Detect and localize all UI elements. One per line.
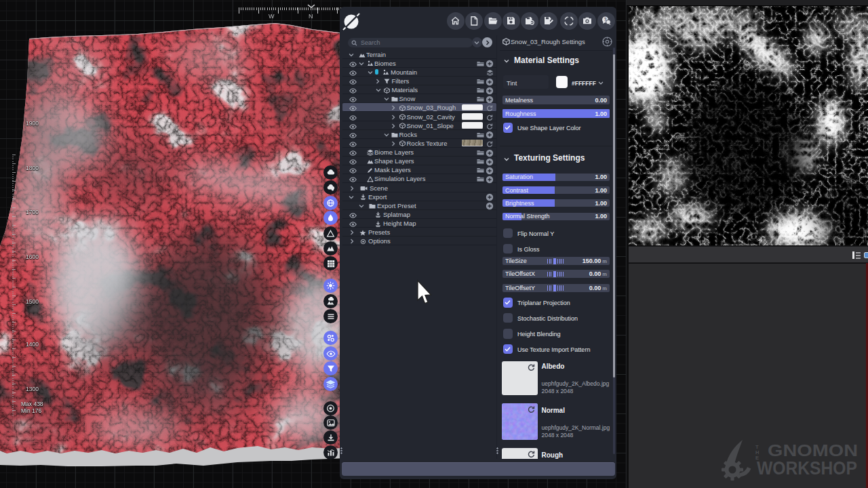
svg-text:?: ? xyxy=(604,18,607,22)
svg-text:GNOMON: GNOMON xyxy=(768,442,858,460)
svg-text:WORKSHOP: WORKSHOP xyxy=(757,458,857,479)
